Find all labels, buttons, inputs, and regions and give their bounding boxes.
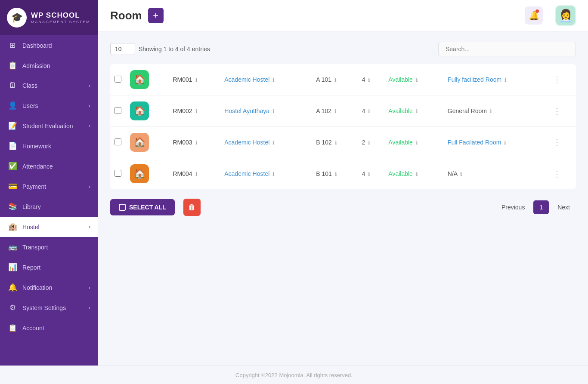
sidebar-item-student-evaluation[interactable]: 📝 Student Evaluation ›: [0, 116, 98, 136]
sidebar-item-report[interactable]: 📊 Report: [0, 257, 98, 277]
search-input[interactable]: [438, 42, 576, 56]
notification-button[interactable]: 🔔: [525, 6, 543, 25]
room-number-cell: A 101 ℹ: [312, 64, 357, 95]
info-icon[interactable]: ℹ: [504, 77, 507, 83]
sidebar-item-payment[interactable]: 💳 Payment ›: [0, 176, 98, 197]
actions-cell: ⋮: [548, 64, 576, 95]
report-icon: 📊: [8, 263, 17, 272]
info-icon[interactable]: ℹ: [195, 108, 198, 114]
library-icon: 📚: [8, 202, 17, 211]
info-icon[interactable]: ℹ: [368, 140, 370, 146]
hostel-name[interactable]: Academic Hostel: [224, 170, 269, 177]
dashboard-icon: ⊞: [8, 41, 17, 50]
room-icon-cell: 🏠: [126, 95, 169, 127]
room-id-cell: RM004 ℹ: [169, 158, 220, 190]
info-icon[interactable]: ℹ: [368, 77, 370, 83]
status-cell: Available ℹ: [384, 158, 443, 190]
account-icon: 📋: [8, 323, 17, 332]
page-header: Room + 🔔 👩‍💼: [98, 0, 588, 31]
capacity-cell: 4 ℹ: [358, 64, 384, 95]
hostel-name-cell: Academic Hostel ℹ: [220, 127, 312, 158]
facility-cell: General Room ℹ: [443, 95, 548, 127]
page-1-button[interactable]: 1: [533, 200, 549, 214]
row-checkbox-cell: [110, 64, 126, 95]
sidebar-item-hostel[interactable]: 🏨 Hostel ›: [0, 217, 98, 237]
room-id: RM002: [173, 108, 192, 114]
room-id: RM004: [173, 170, 192, 177]
page-footer: Copyright ©2022 Mojoomla. All rights res…: [0, 366, 588, 384]
info-icon[interactable]: ℹ: [195, 77, 198, 83]
info-icon[interactable]: ℹ: [334, 77, 337, 83]
info-icon[interactable]: ℹ: [195, 140, 198, 146]
app-name: WP SCHOOL: [31, 11, 90, 20]
app-subtitle: MANAGEMENT SYSTEM: [31, 20, 90, 24]
sidebar-item-dashboard[interactable]: ⊞ Dashboard: [0, 35, 98, 55]
row-actions-menu[interactable]: ⋮: [553, 106, 562, 116]
row-checkbox[interactable]: [115, 76, 121, 83]
sidebar-item-label: Payment: [22, 183, 46, 190]
row-actions-menu[interactable]: ⋮: [553, 169, 562, 178]
info-icon[interactable]: ℹ: [272, 77, 275, 83]
next-button[interactable]: Next: [551, 200, 576, 214]
status-badge: Available: [388, 170, 413, 177]
sidebar-item-transport[interactable]: 🚌 Transport: [0, 237, 98, 257]
info-icon[interactable]: ℹ: [368, 171, 370, 177]
table-row: 🏠 RM004 ℹ Academic Hostel ℹ B 101 ℹ: [110, 158, 576, 190]
row-checkbox[interactable]: [115, 170, 121, 177]
info-icon[interactable]: ℹ: [416, 140, 418, 146]
hostel-name[interactable]: Hostel Ayutthaya: [224, 108, 269, 114]
info-icon[interactable]: ℹ: [416, 171, 418, 177]
sidebar-item-homework[interactable]: 📄 Homework: [0, 136, 98, 156]
status-badge: Available: [388, 139, 413, 146]
sidebar-item-class[interactable]: 🗓 Class ›: [0, 76, 98, 95]
row-actions-menu[interactable]: ⋮: [553, 138, 562, 147]
room-icon: 🏠: [130, 70, 149, 89]
room-number: B 102: [316, 139, 332, 146]
info-icon[interactable]: ℹ: [195, 171, 198, 177]
row-checkbox[interactable]: [115, 107, 121, 114]
sidebar-item-users[interactable]: 👤 Users ›: [0, 95, 98, 116]
info-icon[interactable]: ℹ: [335, 171, 337, 177]
header-divider: [549, 8, 549, 23]
add-room-button[interactable]: +: [148, 8, 164, 23]
previous-button[interactable]: Previous: [495, 200, 531, 214]
pagination: Previous 1 Next: [495, 200, 576, 214]
capacity: 2: [362, 139, 365, 146]
info-icon[interactable]: ℹ: [416, 108, 418, 114]
room-number: A 101: [316, 76, 331, 83]
row-actions-menu[interactable]: ⋮: [553, 75, 562, 84]
info-icon[interactable]: ℹ: [272, 171, 275, 177]
info-icon[interactable]: ℹ: [368, 108, 370, 114]
info-icon[interactable]: ℹ: [272, 140, 275, 146]
admission-icon: 📋: [8, 61, 17, 70]
facility-cell: Fully facilized Room ℹ: [443, 64, 548, 95]
sidebar-item-label: Homework: [22, 143, 51, 150]
delete-button[interactable]: 🗑: [183, 199, 201, 216]
info-icon[interactable]: ℹ: [504, 140, 506, 146]
sidebar-item-label: Attendance: [22, 163, 53, 170]
sidebar-item-label: Library: [22, 203, 41, 210]
sidebar-item-system-settings[interactable]: ⚙ System Settings ›: [0, 298, 98, 318]
actions-cell: ⋮: [548, 127, 576, 158]
hostel-name[interactable]: Academic Hostel: [224, 139, 269, 146]
info-icon[interactable]: ℹ: [416, 77, 418, 83]
sidebar-item-library[interactable]: 📚 Library: [0, 197, 98, 217]
room-icon-cell: 🏠: [126, 158, 169, 190]
info-icon[interactable]: ℹ: [272, 108, 275, 114]
select-all-button[interactable]: SELECT ALL: [110, 199, 175, 215]
info-icon[interactable]: ℹ: [490, 108, 492, 114]
avatar[interactable]: 👩‍💼: [555, 5, 576, 26]
info-icon[interactable]: ℹ: [335, 140, 337, 146]
capacity: 4: [362, 170, 365, 177]
entries-select[interactable]: 10 25 50 100: [110, 43, 135, 55]
sidebar-item-account[interactable]: 📋 Account: [0, 318, 98, 338]
room-number-cell: B 102 ℹ: [312, 127, 357, 158]
sidebar-item-attendance[interactable]: ✅ Attendance: [0, 156, 98, 176]
info-icon[interactable]: ℹ: [460, 171, 462, 177]
hostel-name[interactable]: Academic Hostel: [224, 76, 269, 83]
sidebar-item-admission[interactable]: 📋 Admission: [0, 55, 98, 76]
sidebar-item-notification[interactable]: 🔔 Notification ›: [0, 277, 98, 298]
info-icon[interactable]: ℹ: [334, 108, 337, 114]
header-left: Room +: [110, 8, 164, 23]
row-checkbox[interactable]: [115, 138, 121, 145]
